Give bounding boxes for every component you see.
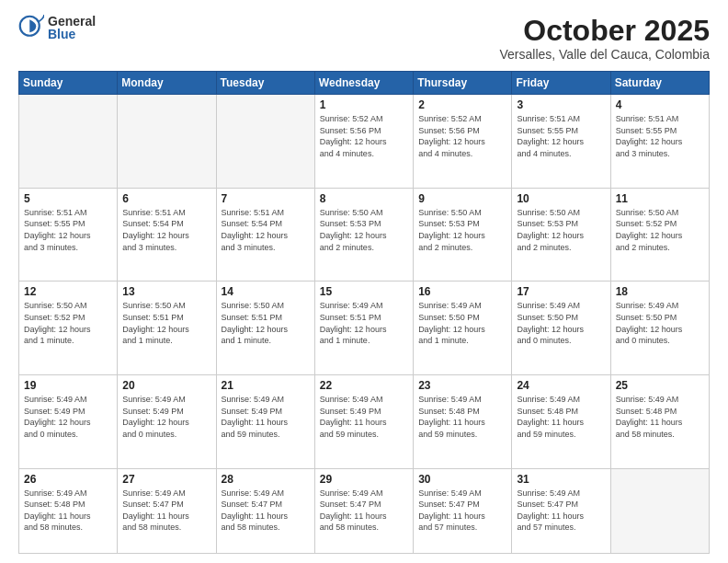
table-row: 29Sunrise: 5:49 AM Sunset: 5:47 PM Dayli… [314, 468, 413, 553]
day-info: Sunrise: 5:49 AM Sunset: 5:48 PM Dayligh… [418, 394, 506, 440]
table-row: 30Sunrise: 5:49 AM Sunset: 5:47 PM Dayli… [414, 468, 512, 553]
day-info: Sunrise: 5:52 AM Sunset: 5:56 PM Dayligh… [418, 113, 506, 159]
day-info: Sunrise: 5:50 AM Sunset: 5:51 PM Dayligh… [222, 300, 310, 346]
day-number: 20 [122, 379, 210, 392]
day-info: Sunrise: 5:49 AM Sunset: 5:47 PM Dayligh… [122, 488, 210, 534]
logo-icon [18, 15, 44, 40]
calendar-table: Sunday Monday Tuesday Wednesday Thursday… [18, 71, 710, 554]
day-info: Sunrise: 5:49 AM Sunset: 5:47 PM Dayligh… [320, 488, 408, 534]
day-info: Sunrise: 5:49 AM Sunset: 5:50 PM Dayligh… [616, 300, 704, 346]
table-row: 7Sunrise: 5:51 AM Sunset: 5:54 PM Daylig… [216, 188, 314, 282]
day-info: Sunrise: 5:49 AM Sunset: 5:49 PM Dayligh… [222, 394, 310, 440]
table-row: 19Sunrise: 5:49 AM Sunset: 5:49 PM Dayli… [19, 375, 118, 469]
calendar-week-row: 1Sunrise: 5:52 AM Sunset: 5:56 PM Daylig… [19, 95, 710, 189]
day-info: Sunrise: 5:49 AM Sunset: 5:51 PM Dayligh… [320, 300, 408, 346]
table-row: 2Sunrise: 5:52 AM Sunset: 5:56 PM Daylig… [414, 95, 512, 189]
calendar-title: October 2025 [499, 15, 710, 47]
calendar-header-row: Sunday Monday Tuesday Wednesday Thursday… [19, 72, 710, 95]
day-number: 17 [517, 285, 605, 298]
day-info: Sunrise: 5:52 AM Sunset: 5:56 PM Dayligh… [320, 113, 408, 159]
day-info: Sunrise: 5:49 AM Sunset: 5:50 PM Dayligh… [517, 300, 605, 346]
day-number: 9 [418, 192, 506, 205]
table-row: 26Sunrise: 5:49 AM Sunset: 5:48 PM Dayli… [19, 468, 118, 553]
table-row: 27Sunrise: 5:49 AM Sunset: 5:47 PM Dayli… [118, 468, 216, 553]
calendar-week-row: 26Sunrise: 5:49 AM Sunset: 5:48 PM Dayli… [19, 468, 710, 553]
table-row: 25Sunrise: 5:49 AM Sunset: 5:48 PM Dayli… [610, 375, 709, 469]
day-number: 19 [24, 379, 112, 392]
day-info: Sunrise: 5:50 AM Sunset: 5:52 PM Dayligh… [24, 300, 112, 346]
col-thursday: Thursday [414, 72, 512, 95]
day-number: 21 [222, 379, 310, 392]
col-friday: Friday [512, 72, 610, 95]
day-number: 31 [517, 473, 605, 486]
table-row: 10Sunrise: 5:50 AM Sunset: 5:53 PM Dayli… [512, 188, 610, 282]
table-row: 1Sunrise: 5:52 AM Sunset: 5:56 PM Daylig… [314, 95, 413, 189]
day-number: 16 [418, 285, 506, 298]
day-number: 27 [122, 473, 210, 486]
table-row: 16Sunrise: 5:49 AM Sunset: 5:50 PM Dayli… [414, 282, 512, 375]
table-row: 13Sunrise: 5:50 AM Sunset: 5:51 PM Dayli… [118, 282, 216, 375]
day-number: 28 [222, 473, 310, 486]
col-saturday: Saturday [610, 72, 709, 95]
day-info: Sunrise: 5:51 AM Sunset: 5:55 PM Dayligh… [24, 207, 112, 253]
table-row: 11Sunrise: 5:50 AM Sunset: 5:52 PM Dayli… [610, 188, 709, 282]
table-row [216, 95, 314, 189]
day-info: Sunrise: 5:50 AM Sunset: 5:52 PM Dayligh… [616, 207, 704, 253]
table-row [19, 95, 118, 189]
day-info: Sunrise: 5:49 AM Sunset: 5:49 PM Dayligh… [122, 394, 210, 440]
day-number: 8 [320, 192, 408, 205]
table-row: 31Sunrise: 5:49 AM Sunset: 5:47 PM Dayli… [512, 468, 610, 553]
day-number: 7 [222, 192, 310, 205]
col-wednesday: Wednesday [314, 72, 413, 95]
day-number: 2 [418, 98, 506, 111]
day-info: Sunrise: 5:49 AM Sunset: 5:49 PM Dayligh… [24, 394, 112, 440]
table-row: 23Sunrise: 5:49 AM Sunset: 5:48 PM Dayli… [414, 375, 512, 469]
day-number: 11 [616, 192, 704, 205]
day-info: Sunrise: 5:50 AM Sunset: 5:53 PM Dayligh… [320, 207, 408, 253]
day-info: Sunrise: 5:49 AM Sunset: 5:50 PM Dayligh… [418, 300, 506, 346]
day-info: Sunrise: 5:49 AM Sunset: 5:47 PM Dayligh… [418, 488, 506, 534]
day-number: 30 [418, 473, 506, 486]
day-number: 5 [24, 192, 112, 205]
day-info: Sunrise: 5:49 AM Sunset: 5:48 PM Dayligh… [24, 488, 112, 534]
day-number: 25 [616, 379, 704, 392]
day-number: 4 [616, 98, 704, 111]
day-number: 26 [24, 473, 112, 486]
day-info: Sunrise: 5:49 AM Sunset: 5:49 PM Dayligh… [320, 394, 408, 440]
logo-general-text: General [48, 15, 96, 28]
table-row: 24Sunrise: 5:49 AM Sunset: 5:48 PM Dayli… [512, 375, 610, 469]
logo-text: General Blue [48, 15, 96, 40]
day-info: Sunrise: 5:51 AM Sunset: 5:55 PM Dayligh… [517, 113, 605, 159]
col-tuesday: Tuesday [216, 72, 314, 95]
day-info: Sunrise: 5:49 AM Sunset: 5:47 PM Dayligh… [517, 488, 605, 534]
day-info: Sunrise: 5:50 AM Sunset: 5:53 PM Dayligh… [418, 207, 506, 253]
day-info: Sunrise: 5:51 AM Sunset: 5:54 PM Dayligh… [222, 207, 310, 253]
table-row [118, 95, 216, 189]
table-row: 21Sunrise: 5:49 AM Sunset: 5:49 PM Dayli… [216, 375, 314, 469]
page: General Blue October 2025 Versalles, Val… [0, 0, 728, 563]
calendar-week-row: 5Sunrise: 5:51 AM Sunset: 5:55 PM Daylig… [19, 188, 710, 282]
day-info: Sunrise: 5:51 AM Sunset: 5:54 PM Dayligh… [122, 207, 210, 253]
day-info: Sunrise: 5:50 AM Sunset: 5:53 PM Dayligh… [517, 207, 605, 253]
col-monday: Monday [118, 72, 216, 95]
day-number: 6 [122, 192, 210, 205]
day-info: Sunrise: 5:49 AM Sunset: 5:47 PM Dayligh… [222, 488, 310, 534]
day-number: 10 [517, 192, 605, 205]
table-row: 17Sunrise: 5:49 AM Sunset: 5:50 PM Dayli… [512, 282, 610, 375]
day-number: 29 [320, 473, 408, 486]
day-number: 18 [616, 285, 704, 298]
table-row: 9Sunrise: 5:50 AM Sunset: 5:53 PM Daylig… [414, 188, 512, 282]
table-row: 12Sunrise: 5:50 AM Sunset: 5:52 PM Dayli… [19, 282, 118, 375]
calendar-week-row: 19Sunrise: 5:49 AM Sunset: 5:49 PM Dayli… [19, 375, 710, 469]
day-number: 24 [517, 379, 605, 392]
calendar-week-row: 12Sunrise: 5:50 AM Sunset: 5:52 PM Dayli… [19, 282, 710, 375]
table-row: 8Sunrise: 5:50 AM Sunset: 5:53 PM Daylig… [314, 188, 413, 282]
table-row: 4Sunrise: 5:51 AM Sunset: 5:55 PM Daylig… [610, 95, 709, 189]
table-row: 28Sunrise: 5:49 AM Sunset: 5:47 PM Dayli… [216, 468, 314, 553]
title-block: October 2025 Versalles, Valle del Cauca,… [499, 15, 710, 62]
calendar-subtitle: Versalles, Valle del Cauca, Colombia [499, 47, 710, 62]
header: General Blue October 2025 Versalles, Val… [18, 15, 710, 62]
day-number: 22 [320, 379, 408, 392]
day-number: 23 [418, 379, 506, 392]
table-row: 14Sunrise: 5:50 AM Sunset: 5:51 PM Dayli… [216, 282, 314, 375]
